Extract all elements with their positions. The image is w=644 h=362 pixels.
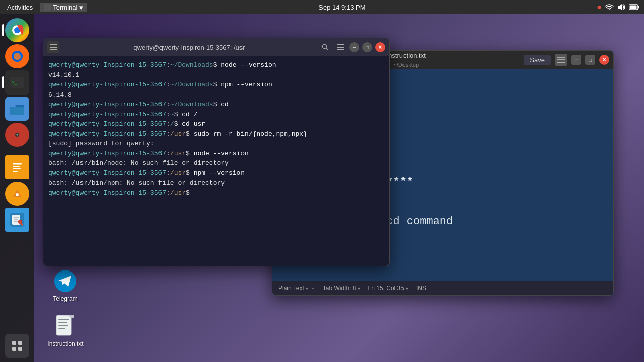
firefox-icon [10, 49, 25, 64]
dock-terminal[interactable]: >_ [5, 70, 29, 95]
svg-point-31 [19, 221, 21, 223]
dock-firefox[interactable] [5, 44, 29, 68]
terminal-line-2: qwerty@qwerty-Inspiron-15-3567:~/Downloa… [48, 80, 384, 90]
svg-rect-20 [13, 168, 21, 169]
dock-apps-grid[interactable] [5, 334, 29, 358]
svg-rect-39 [58, 322, 67, 323]
datetime-label: Sep 14 9:13 PM [318, 4, 365, 11]
telegram-icon [53, 269, 77, 293]
svg-rect-50 [50, 49, 57, 50]
vlc-icon [10, 187, 24, 201]
prompt-user-1: qwerty@qwerty-Inspiron-15-3567 [48, 61, 166, 69]
editor-title: Instruction.txt [387, 52, 426, 59]
cmd-1: node --version [217, 61, 276, 69]
menu-icon [557, 57, 565, 63]
telegram-label: Telegram [53, 295, 77, 302]
svg-rect-27 [14, 217, 19, 218]
notes-icon [10, 160, 24, 174]
desktop: Activities _ Terminal ▾ Sep 14 9:13 PM ● [0, 0, 644, 362]
plain-text-label: Plain Text [278, 285, 304, 292]
dock-music[interactable] [5, 123, 29, 147]
ins-label: INS [416, 285, 426, 292]
editor-maximize-btn[interactable]: □ [585, 55, 595, 65]
terminal-maximize-btn[interactable]: □ [362, 42, 372, 52]
dock-vlc[interactable] [5, 182, 29, 206]
terminal-minimize-btn[interactable]: − [349, 42, 359, 52]
dock-files[interactable] [5, 97, 29, 121]
terminal-output-4: bash: /usr/bin/node: No such file or dir… [48, 158, 384, 168]
red-dot-icon: ● [597, 3, 602, 12]
terminal-line-8: qwerty@qwerty-Inspiron-15-3567:/usr$ npm… [48, 168, 384, 178]
plain-text-selector[interactable]: Plain Text ▾ ~ [278, 285, 314, 292]
svg-rect-54 [337, 47, 344, 48]
apps-grid-icon [11, 340, 23, 352]
svg-point-51 [323, 45, 327, 49]
top-panel-right: ● [597, 3, 640, 12]
save-button[interactable]: Save [524, 55, 551, 65]
editor-subtitle: ~/Desktop [393, 62, 419, 68]
search-icon [321, 44, 329, 51]
terminal-line-1: qwerty@qwerty-Inspiron-15-3567:~/Downloa… [48, 60, 384, 70]
terminal-output-2: 6.14.8 [48, 90, 384, 100]
svg-rect-32 [12, 341, 16, 345]
terminal-line-4: qwerty@qwerty-Inspiron-15-3567:~$ cd / [48, 110, 384, 120]
terminal-menu-label: Terminal [53, 4, 77, 11]
terminal-search-btn[interactable] [319, 41, 331, 53]
terminal-line-6: qwerty@qwerty-Inspiron-15-3567:/usr$ sud… [48, 129, 384, 139]
terminal-menu-btn[interactable] [334, 41, 346, 53]
svg-rect-17 [10, 160, 24, 174]
terminal-dock-icon: >_ [10, 77, 24, 88]
editor-menu-btn[interactable] [555, 54, 567, 66]
terminal-output-1: v14.10.1 [48, 70, 384, 80]
line-col-selector[interactable]: Ln 15, Col 35 ▾ [368, 285, 408, 292]
svg-rect-34 [12, 347, 16, 351]
line-col-label: Ln 15, Col 35 [368, 285, 404, 292]
desktop-icon-telegram[interactable]: Telegram [45, 269, 86, 302]
svg-rect-38 [58, 319, 69, 320]
tab-width-selector[interactable]: Tab Width: 8 ▾ [323, 285, 360, 292]
svg-text:>_: >_ [12, 80, 17, 85]
svg-rect-19 [13, 166, 20, 167]
terminal-sidebar-btn[interactable] [47, 41, 59, 53]
svg-rect-21 [13, 171, 18, 172]
terminal-line-5: qwerty@qwerty-Inspiron-15-3567:/$ cd usr [48, 119, 384, 129]
svg-rect-35 [18, 347, 22, 351]
terminal-line-9: qwerty@qwerty-Inspiron-15-3567:/usr$ [48, 188, 384, 198]
editor-statusbar: Plain Text ▾ ~ Tab Width: 8 ▾ Ln 15, Col… [272, 281, 613, 295]
terminal-close-btn[interactable]: × [375, 42, 385, 52]
dock-notes[interactable] [5, 155, 29, 179]
ins-text: INS [416, 285, 426, 292]
editor-window-btns: Save − □ × [524, 54, 609, 66]
svg-rect-55 [337, 49, 344, 50]
dock-gedit[interactable] [5, 208, 29, 232]
tab-width-arrow: ▾ [358, 286, 360, 291]
top-panel-left: Activities _ Terminal ▾ [4, 3, 87, 12]
close-icon: × [378, 44, 382, 51]
svg-rect-4 [638, 6, 639, 9]
dock: >_ [0, 14, 34, 362]
svg-rect-41 [58, 328, 65, 329]
svg-rect-13 [10, 107, 24, 115]
minimize-icon: − [352, 43, 356, 51]
svg-rect-18 [13, 163, 22, 165]
editor-minimize-btn[interactable]: − [571, 55, 581, 65]
svg-text:_: _ [45, 5, 48, 10]
activities-button[interactable]: Activities [4, 3, 36, 12]
plain-text-arrow: ▾ [306, 286, 308, 291]
terminal-window-controls: − □ × [319, 41, 385, 53]
top-panel: Activities _ Terminal ▾ Sep 14 9:13 PM ● [0, 0, 644, 14]
svg-point-16 [17, 134, 18, 136]
dock-chrome[interactable] [5, 18, 29, 42]
volume-icon [617, 4, 626, 11]
editor-close-btn[interactable]: × [599, 55, 609, 65]
tilde-label: ~ [311, 285, 314, 292]
maximize-icon: □ [366, 45, 369, 50]
svg-rect-46 [557, 59, 565, 60]
svg-rect-5 [629, 6, 636, 9]
desktop-icon-instruction[interactable]: Instruction.txt [45, 314, 86, 347]
terminal-menu-button[interactable]: _ Terminal ▾ [40, 3, 87, 12]
svg-line-52 [326, 48, 329, 51]
terminal-window: qwerty@qwerty-Inspiron-15-3567: /usr [43, 38, 390, 266]
terminal-content[interactable]: qwerty@qwerty-Inspiron-15-3567:~/Downloa… [43, 56, 389, 266]
top-panel-center: Sep 14 9:13 PM [318, 4, 365, 11]
